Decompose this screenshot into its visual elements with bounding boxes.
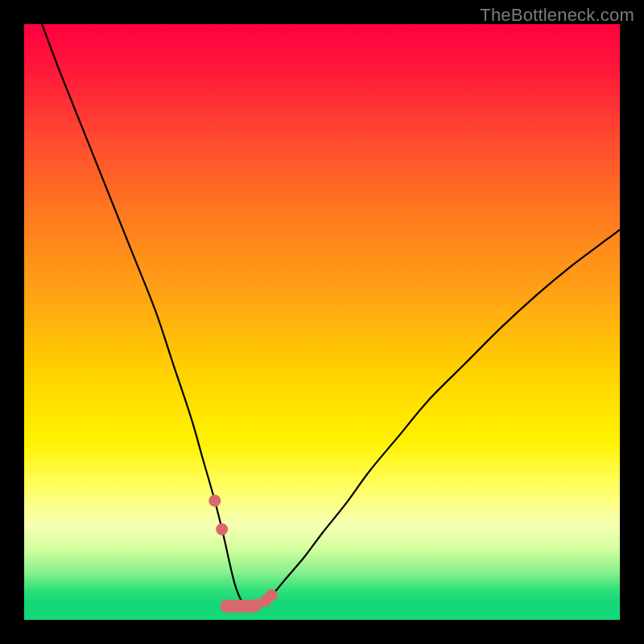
highlight-dot: [216, 523, 228, 535]
chart-container: TheBottleneck.com: [0, 0, 644, 644]
highlight-dot: [208, 495, 221, 507]
curve-svg: [24, 24, 620, 620]
watermark-text: TheBottleneck.com: [480, 5, 634, 26]
highlight-dots: [208, 495, 277, 612]
highlight-dot: [266, 589, 278, 601]
plot-area: [24, 24, 620, 620]
bottleneck-curve: [42, 24, 620, 606]
